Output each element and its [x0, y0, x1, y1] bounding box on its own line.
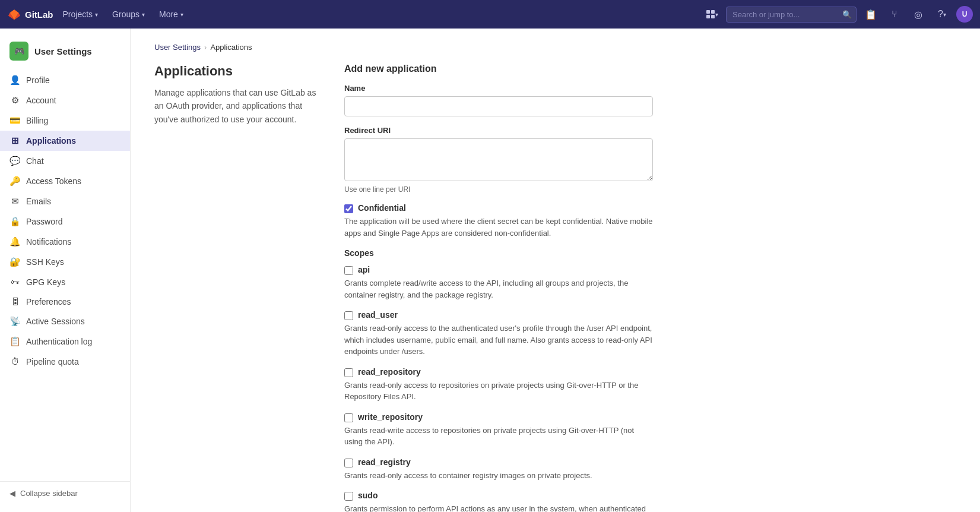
sidebar-item-preferences[interactable]: 🎛 Preferences — [0, 292, 130, 311]
scopes-group: Scopes api Grants complete read/write ac… — [344, 248, 653, 512]
scope-sudo-label[interactable]: sudo — [358, 491, 378, 500]
topnav: GitLab Projects ▾ Groups ▾ More ▾ ▾ 🔍 📋 … — [0, 0, 980, 29]
help-button[interactable]: ? ▾ — [933, 5, 952, 24]
scope-item-sudo: sudo Grants permission to perform API ac… — [344, 491, 653, 512]
scope-read-registry-desc: Grants read-only access to container reg… — [344, 470, 653, 482]
confidential-checkbox[interactable] — [344, 204, 353, 213]
todo-icon[interactable]: 📋 — [861, 5, 880, 24]
active-sessions-icon: 📡 — [9, 316, 20, 327]
preferences-icon: 🎛 — [9, 296, 20, 306]
scope-item-api: api Grants complete read/write access to… — [344, 265, 653, 301]
sidebar-item-profile[interactable]: 👤 Profile — [0, 70, 130, 90]
name-input[interactable] — [344, 96, 653, 116]
breadcrumb-separator: › — [204, 43, 207, 52]
svg-rect-0 — [706, 10, 710, 14]
sidebar-item-password[interactable]: 🔒 Password — [0, 211, 130, 232]
authentication-log-icon: 📋 — [9, 336, 20, 347]
scope-api-checkbox[interactable] — [344, 266, 353, 275]
sidebar-item-gpg-keys[interactable]: 🗝 GPG Keys — [0, 272, 130, 292]
scope-api-label[interactable]: api — [358, 265, 370, 274]
sidebar-item-active-sessions[interactable]: 📡 Active Sessions — [0, 311, 130, 331]
scope-read-repository-label[interactable]: read_repository — [358, 367, 421, 377]
sidebar-item-account[interactable]: ⚙ Account — [0, 90, 130, 110]
groups-menu[interactable]: Groups ▾ — [107, 6, 150, 23]
search-input[interactable] — [726, 7, 857, 23]
account-icon: ⚙ — [9, 95, 20, 106]
redirect-uri-hint: Use one line per URI — [344, 185, 653, 194]
collapse-sidebar-button[interactable]: ◀ Collapse sidebar — [0, 481, 130, 505]
notifications-icon: 🔔 — [9, 236, 20, 247]
form-section-title: Add new application — [344, 64, 653, 74]
sidebar-item-pipeline-quota[interactable]: ⏱ Pipeline quota — [0, 352, 130, 371]
scopes-label: Scopes — [344, 248, 653, 258]
collapse-icon: ◀ — [9, 489, 15, 498]
svg-rect-2 — [706, 15, 710, 18]
sidebar-header: 🎮 User Settings — [0, 36, 130, 70]
name-field-group: Name — [344, 84, 653, 116]
svg-rect-3 — [711, 15, 715, 18]
scope-item-read-user: read_user Grants read-only access to the… — [344, 310, 653, 358]
redirect-uri-field-group: Redirect URI Use one line per URI — [344, 126, 653, 194]
breadcrumb-parent[interactable]: User Settings — [154, 43, 201, 52]
scope-write-repository-desc: Grants read-write access to repositories… — [344, 425, 653, 448]
right-panel: Add new application Name Redirect URI Us… — [344, 64, 653, 512]
scope-sudo-desc: Grants permission to perform API actions… — [344, 503, 653, 512]
profile-icon: 👤 — [9, 75, 20, 86]
sidebar-item-notifications[interactable]: 🔔 Notifications — [0, 232, 130, 252]
scope-read-repository-checkbox[interactable] — [344, 368, 353, 377]
projects-menu[interactable]: Projects ▾ — [58, 6, 103, 23]
billing-icon: 💳 — [9, 115, 20, 126]
scope-read-repository-desc: Grants read-only access to repositories … — [344, 380, 653, 403]
gitlab-logo[interactable]: GitLab — [7, 7, 53, 21]
confidential-label[interactable]: Confidential — [358, 203, 406, 213]
merge-requests-icon[interactable]: ⑂ — [885, 5, 904, 24]
new-item-chevron-icon: ▾ — [715, 11, 718, 18]
sidebar-item-applications[interactable]: ⊞ Applications — [0, 131, 130, 151]
sidebar-item-billing[interactable]: 💳 Billing — [0, 110, 130, 131]
name-label: Name — [344, 84, 653, 93]
sidebar-item-chat[interactable]: 💬 Chat — [0, 151, 130, 171]
scope-item-read-repository: read_repository Grants read-only access … — [344, 367, 653, 403]
new-item-button[interactable]: ▾ — [702, 5, 721, 24]
gpg-keys-icon: 🗝 — [9, 277, 20, 287]
sidebar-item-ssh-keys[interactable]: 🔐 SSH Keys — [0, 252, 130, 272]
sidebar: 🎮 User Settings 👤 Profile ⚙ Account 💳 Bi… — [0, 29, 131, 512]
sidebar-item-access-tokens[interactable]: 🔑 Access Tokens — [0, 171, 130, 191]
scope-item-write-repository: write_repository Grants read-write acces… — [344, 412, 653, 448]
page-layout: Applications Manage applications that ca… — [154, 64, 956, 512]
search-icon: 🔍 — [842, 10, 852, 19]
scope-read-registry-checkbox[interactable] — [344, 459, 353, 467]
brand-name: GitLab — [25, 10, 53, 20]
user-avatar[interactable]: U — [956, 6, 973, 23]
page-description: Manage applications that can use GitLab … — [154, 86, 321, 126]
groups-chevron-icon: ▾ — [142, 11, 145, 18]
scope-write-repository-checkbox[interactable] — [344, 413, 353, 422]
svg-rect-1 — [711, 10, 715, 14]
sidebar-item-emails[interactable]: ✉ Emails — [0, 191, 130, 211]
ssh-keys-icon: 🔐 — [9, 257, 20, 267]
pipeline-quota-icon: ⏱ — [9, 356, 20, 366]
scope-read-user-label[interactable]: read_user — [358, 310, 398, 320]
more-menu[interactable]: More ▾ — [154, 6, 188, 23]
confidential-checkbox-row: Confidential — [344, 203, 653, 213]
chat-icon: 💬 — [9, 156, 20, 166]
search-wrap: 🔍 — [726, 7, 857, 23]
redirect-uri-textarea[interactable] — [344, 138, 653, 181]
sidebar-title: User Settings — [34, 46, 92, 56]
breadcrumb: User Settings › Applications — [154, 43, 956, 52]
page-title: Applications — [154, 64, 321, 79]
emails-icon: ✉ — [9, 196, 20, 207]
issues-icon[interactable]: ◎ — [909, 5, 928, 24]
scope-sudo-checkbox[interactable] — [344, 492, 353, 501]
redirect-uri-label: Redirect URI — [344, 126, 653, 135]
applications-icon: ⊞ — [9, 135, 20, 146]
scope-read-user-checkbox[interactable] — [344, 311, 353, 320]
help-chevron-icon: ▾ — [943, 11, 946, 18]
scope-write-repository-label[interactable]: write_repository — [358, 412, 423, 422]
left-panel: Applications Manage applications that ca… — [154, 64, 321, 512]
scope-read-registry-label[interactable]: read_registry — [358, 457, 411, 467]
layout: 🎮 User Settings 👤 Profile ⚙ Account 💳 Bi… — [0, 29, 980, 512]
breadcrumb-current: Applications — [210, 43, 252, 52]
sidebar-item-authentication-log[interactable]: 📋 Authentication log — [0, 331, 130, 352]
projects-chevron-icon: ▾ — [95, 11, 98, 18]
